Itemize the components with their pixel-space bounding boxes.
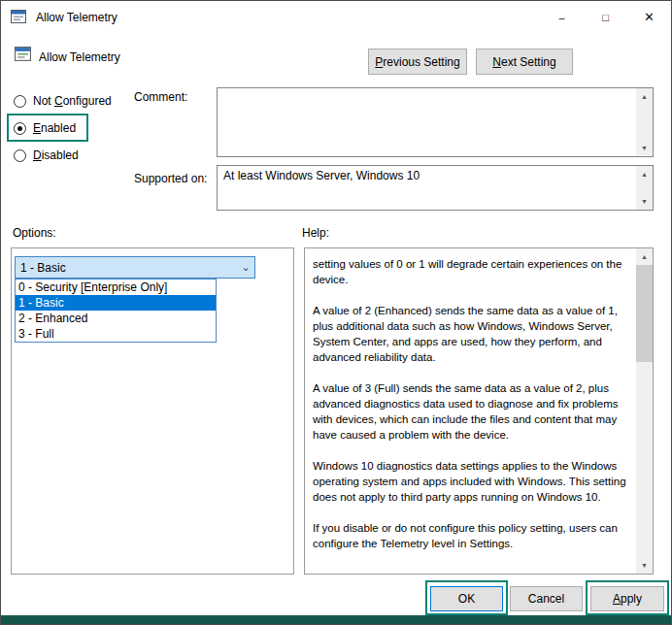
scroll-down-icon[interactable]: ▼ bbox=[636, 193, 653, 210]
setting-title: Allow Telemetry bbox=[39, 50, 120, 64]
supported-on-label: Supported on: bbox=[134, 172, 207, 185]
previous-setting-label: Previous Setting bbox=[375, 55, 459, 69]
help-paragraph: Windows 10 diagnostics data settings app… bbox=[313, 458, 630, 505]
comment-label: Comment: bbox=[134, 90, 187, 104]
comment-scrollbar[interactable]: ▲ ▼ bbox=[636, 88, 653, 156]
radio-disabled[interactable]: Disabled bbox=[14, 148, 79, 163]
minimize-button[interactable]: – bbox=[540, 1, 584, 33]
scroll-down-icon[interactable]: ▼ bbox=[636, 557, 653, 574]
next-setting-button[interactable]: Next Setting bbox=[476, 49, 573, 75]
dropdown-open-list: 0 - Security [Enterprise Only] 1 - Basic… bbox=[15, 279, 217, 343]
scroll-up-icon[interactable]: ▲ bbox=[636, 88, 653, 105]
radio-label: Not Configured bbox=[33, 94, 112, 108]
help-panel: setting values of 0 or 1 will degrade ce… bbox=[304, 247, 654, 575]
help-scrollbar-thumb[interactable] bbox=[636, 265, 653, 362]
scroll-up-icon[interactable]: ▲ bbox=[636, 248, 653, 265]
help-paragraph: A value of 3 (Full) sends the same data … bbox=[313, 380, 630, 443]
help-text: setting values of 0 or 1 will degrade ce… bbox=[305, 248, 636, 574]
cancel-label: Cancel bbox=[528, 592, 564, 606]
close-icon: ✕ bbox=[644, 10, 655, 24]
radio-not-configured[interactable]: Not Configured bbox=[14, 93, 112, 109]
radio-enabled[interactable]: Enabled bbox=[14, 120, 76, 136]
dropdown-selected-value: 1 - Basic bbox=[20, 261, 66, 275]
dropdown-item-basic[interactable]: 1 - Basic bbox=[16, 295, 216, 311]
chevron-down-icon: ⌄ bbox=[237, 261, 254, 274]
comment-input[interactable]: ▲ ▼ bbox=[217, 87, 654, 157]
ok-label: OK bbox=[458, 592, 475, 606]
dropdown-item-security[interactable]: 0 - Security [Enterprise Only] bbox=[16, 280, 216, 295]
options-section-label: Options: bbox=[13, 226, 56, 240]
help-paragraph: setting values of 0 or 1 will degrade ce… bbox=[313, 256, 630, 287]
radio-circle-icon-checked bbox=[14, 122, 26, 135]
apply-label: Apply bbox=[613, 592, 642, 606]
dropdown-item-enhanced[interactable]: 2 - Enhanced bbox=[16, 311, 216, 326]
ok-button[interactable]: OK bbox=[430, 586, 503, 611]
radio-label: Disabled bbox=[33, 148, 79, 162]
maximize-button[interactable]: □ bbox=[584, 1, 627, 33]
telemetry-level-dropdown[interactable]: 1 - Basic ⌄ bbox=[15, 256, 255, 279]
setting-icon bbox=[15, 47, 32, 62]
bottom-edge-bar bbox=[1, 615, 671, 624]
radio-label: Enabled bbox=[33, 121, 76, 135]
next-setting-label: Next Setting bbox=[492, 55, 555, 69]
cancel-button[interactable]: Cancel bbox=[510, 586, 583, 611]
comment-value bbox=[218, 88, 636, 94]
close-button[interactable]: ✕ bbox=[627, 1, 671, 33]
minimize-icon: – bbox=[558, 12, 564, 23]
dropdown-item-full[interactable]: 3 - Full bbox=[16, 326, 216, 342]
supported-scrollbar[interactable]: ▲ ▼ bbox=[636, 166, 653, 210]
window-title: Allow Telemetry bbox=[36, 11, 118, 24]
help-paragraph: If you disable or do not configure this … bbox=[313, 520, 630, 551]
help-paragraph: A value of 2 (Enhanced) sends the same d… bbox=[313, 303, 630, 365]
previous-setting-button[interactable]: Previous Setting bbox=[368, 49, 467, 75]
radio-circle-icon bbox=[14, 149, 26, 162]
maximize-icon: □ bbox=[602, 12, 609, 23]
scroll-down-icon[interactable]: ▼ bbox=[636, 140, 653, 156]
apply-button[interactable]: Apply bbox=[590, 586, 664, 611]
policy-app-icon bbox=[11, 10, 27, 24]
window-controls: – □ ✕ bbox=[540, 1, 671, 33]
policy-setting-dialog: Allow Telemetry – □ ✕ Allow Telemetry Pr… bbox=[0, 0, 672, 625]
titlebar: Allow Telemetry – □ ✕ bbox=[1, 1, 671, 33]
radio-circle-icon bbox=[14, 95, 26, 108]
supported-on-value: At least Windows Server, Windows 10 bbox=[218, 166, 636, 185]
help-section-label: Help: bbox=[302, 226, 329, 240]
scroll-up-icon[interactable]: ▲ bbox=[636, 166, 653, 182]
supported-on-box: At least Windows Server, Windows 10 ▲ ▼ bbox=[217, 165, 654, 211]
